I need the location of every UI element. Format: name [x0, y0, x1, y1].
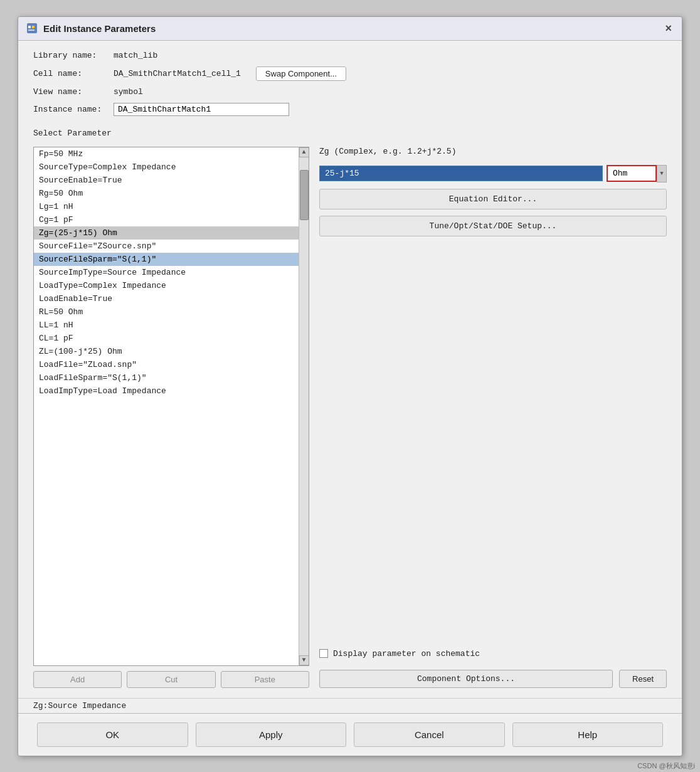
- select-parameter-label: Select Parameter: [33, 129, 667, 138]
- display-label: Display parameter on schematic: [333, 649, 480, 658]
- list-item[interactable]: SourceFileSparm="S(1,1)": [34, 253, 299, 266]
- view-label: View name:: [33, 87, 109, 97]
- list-item[interactable]: SourceEnable=True: [34, 174, 299, 187]
- scroll-up-arrow[interactable]: ▲: [299, 147, 309, 157]
- dialog-icon: [26, 22, 38, 34]
- library-row: Library name: match_lib: [33, 51, 667, 60]
- svg-rect-2: [32, 26, 34, 28]
- edit-instance-dialog: Edit Instance Parameters × Library name:…: [18, 16, 682, 756]
- svg-rect-1: [28, 26, 31, 28]
- equation-editor-button[interactable]: Equation Editor...: [319, 189, 667, 209]
- display-check-row: Display parameter on schematic: [319, 649, 667, 658]
- parameter-list: Fp=50 MHzSourceType=Complex ImpedanceSou…: [34, 147, 299, 665]
- cancel-button[interactable]: Cancel: [354, 722, 505, 747]
- list-item[interactable]: Rg=50 Ohm: [34, 187, 299, 200]
- dialog-body: Library name: match_lib Cell name: DA_Sm…: [18, 41, 682, 698]
- list-item[interactable]: Cg=1 pF: [34, 213, 299, 226]
- list-item[interactable]: ZL=(100-j*25) Ohm: [34, 345, 299, 358]
- unit-area: ▼: [607, 165, 667, 182]
- component-options-button[interactable]: Component Options...: [319, 670, 613, 688]
- library-value: match_lib: [114, 51, 157, 60]
- tune-opt-button[interactable]: Tune/Opt/Stat/DOE Setup...: [319, 216, 667, 236]
- help-button[interactable]: Help: [512, 722, 664, 747]
- list-buttons: Add Cut Paste: [33, 671, 309, 688]
- scroll-thumb[interactable]: [300, 170, 309, 220]
- list-item[interactable]: SourceType=Complex Impedance: [34, 161, 299, 174]
- parameter-hint: Zg (Complex, e.g. 1.2+j*2.5): [319, 147, 667, 156]
- value-input[interactable]: [319, 166, 603, 181]
- list-item[interactable]: LL=1 nH: [34, 319, 299, 332]
- list-item[interactable]: LoadFile="ZLoad.snp": [34, 358, 299, 371]
- swap-component-button[interactable]: Swap Component...: [256, 66, 346, 81]
- right-panel: Zg (Complex, e.g. 1.2+j*2.5) ▼ Equation …: [319, 147, 667, 688]
- list-item[interactable]: LoadFileSparm="S(1,1)": [34, 371, 299, 384]
- list-item[interactable]: CL=1 pF: [34, 332, 299, 345]
- status-bar: Zg:Source Impedance: [18, 698, 682, 713]
- list-item[interactable]: SourceImpType=Source Impedance: [34, 266, 299, 279]
- apply-button[interactable]: Apply: [196, 722, 347, 747]
- left-panel: Fp=50 MHzSourceType=Complex ImpedanceSou…: [33, 147, 309, 688]
- unit-dropdown-button[interactable]: ▼: [657, 165, 667, 182]
- main-content: Fp=50 MHzSourceType=Complex ImpedanceSou…: [33, 147, 667, 688]
- list-item[interactable]: LoadType=Complex Impedance: [34, 279, 299, 292]
- value-row: ▼: [319, 165, 667, 182]
- cut-button[interactable]: Cut: [127, 671, 215, 688]
- cell-value: DA_SmithChartMatch1_cell_1: [114, 69, 241, 78]
- close-button[interactable]: ×: [662, 22, 674, 35]
- svg-rect-3: [28, 29, 34, 31]
- display-checkbox[interactable]: [319, 649, 328, 658]
- reset-button[interactable]: Reset: [619, 670, 667, 688]
- scroll-down-arrow[interactable]: ▼: [299, 655, 309, 665]
- parameter-list-container: Fp=50 MHzSourceType=Complex ImpedanceSou…: [33, 147, 309, 666]
- cell-row: Cell name: DA_SmithChartMatch1_cell_1 Sw…: [33, 66, 667, 81]
- instance-row: Instance name:: [33, 103, 667, 116]
- view-value: symbol: [114, 87, 143, 97]
- title-bar-left: Edit Instance Parameters: [26, 22, 156, 34]
- add-button[interactable]: Add: [33, 671, 122, 688]
- instance-name-input[interactable]: [114, 103, 289, 116]
- paste-button[interactable]: Paste: [221, 671, 309, 688]
- list-item[interactable]: RL=50 Ohm: [34, 305, 299, 319]
- bottom-right-buttons: Component Options... Reset: [319, 670, 667, 688]
- library-label: Library name:: [33, 51, 109, 60]
- ok-button[interactable]: OK: [37, 722, 188, 747]
- list-item[interactable]: Lg=1 nH: [34, 200, 299, 213]
- list-item[interactable]: Fp=50 MHz: [34, 147, 299, 161]
- instance-label: Instance name:: [33, 105, 109, 114]
- view-row: View name: symbol: [33, 87, 667, 97]
- list-item[interactable]: LoadImpType=Load Impedance: [34, 384, 299, 398]
- scrollbar[interactable]: ▲ ▼: [299, 147, 309, 665]
- title-bar: Edit Instance Parameters ×: [18, 17, 682, 41]
- list-item[interactable]: Zg=(25-j*15) Ohm: [34, 226, 299, 240]
- watermark: CSDN @秋风知意i: [637, 761, 695, 771]
- list-item[interactable]: SourceFile="ZSource.snp": [34, 240, 299, 253]
- cell-label: Cell name:: [33, 69, 109, 78]
- unit-input[interactable]: [607, 165, 657, 182]
- status-text: Zg:Source Impedance: [33, 701, 126, 711]
- dialog-title: Edit Instance Parameters: [43, 23, 156, 34]
- dialog-footer: OK Apply Cancel Help: [18, 713, 682, 756]
- list-item[interactable]: LoadEnable=True: [34, 292, 299, 305]
